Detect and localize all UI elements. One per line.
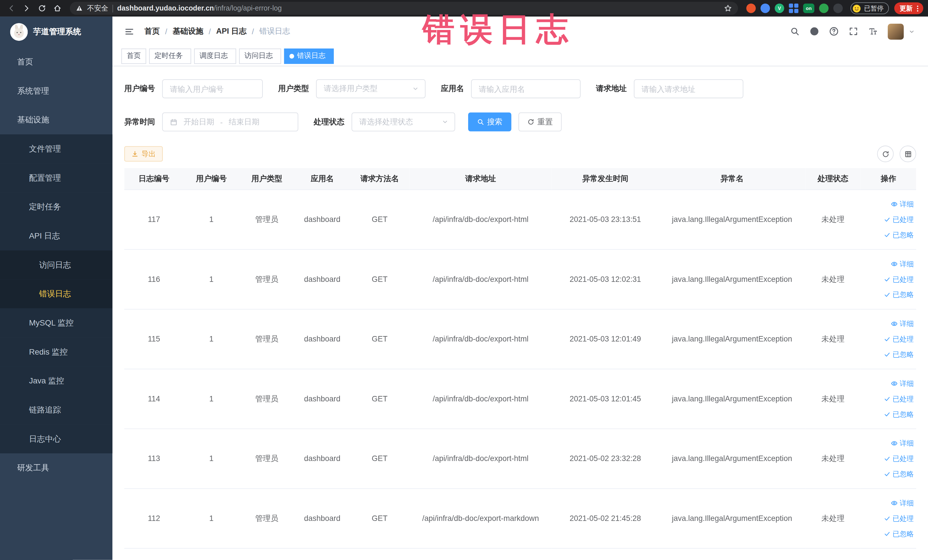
cell-log-id: 115 [124,309,184,369]
cell-user-id: 1 [184,189,239,249]
font-size-icon[interactable] [868,26,878,36]
tab-label: 首页 [127,51,141,61]
extension-paw[interactable] [833,3,843,13]
table-row[interactable]: 115 1 管理员 dashboard GET /api/infra/db-do… [124,309,916,369]
header-search-icon[interactable] [790,26,800,36]
mark-processed-link[interactable]: 已处理 [863,451,914,466]
cell-actions: 详细 已处理 已忽略 [861,369,916,429]
app-name-label: 应用名 [441,84,464,94]
detail-link[interactable]: 详细 [863,495,914,510]
sidebar-item-home[interactable]: 首页 [0,47,112,76]
mark-processed-link[interactable]: 已处理 [863,212,914,227]
cell-app-name: dashboard [295,249,350,309]
extension-on-badge[interactable]: on [803,3,814,13]
detail-link[interactable]: 详细 [863,196,914,212]
detail-link[interactable]: 详细 [863,375,914,391]
sidebar-item-file[interactable]: 文件管理 [0,134,112,163]
tab-访问日志[interactable]: 访问日志 [239,48,281,64]
extension-green-sprout[interactable] [819,3,829,13]
sidebar-item-redis[interactable]: Redis 监控 [0,337,112,366]
sidebar-item-java[interactable]: Java 监控 [0,366,112,395]
mark-ignored-link[interactable]: 已忽略 [863,227,914,243]
user-type-select[interactable]: 请选择用户类型 [316,79,426,98]
help-icon[interactable] [829,26,839,36]
tab-错误日志[interactable]: 错误日志 [284,48,334,64]
table-row[interactable]: 116 1 管理员 dashboard GET /api/infra/db-do… [124,249,916,309]
bookmark-star-icon[interactable] [724,4,732,12]
mark-ignored-link[interactable]: 已忽略 [863,406,914,422]
mark-processed-link[interactable]: 已处理 [863,331,914,346]
chrome-menu-icon[interactable] [914,5,922,12]
sidebar-item-log-center[interactable]: 日志中心 [0,424,112,453]
sidebar-item-trace[interactable]: 链路追踪 [0,395,112,424]
sidebar-item-api-log[interactable]: API 日志 [0,221,112,250]
breadcrumb-item[interactable]: 基础设施 [172,26,203,37]
table-row[interactable]: 113 1 管理员 dashboard GET /api/infra/db-do… [124,429,916,488]
mark-processed-link[interactable]: 已处理 [863,391,914,406]
app-logo: 芋道管理系统 [0,17,112,47]
home-button[interactable] [51,2,64,15]
search-button[interactable]: 搜索 [468,112,511,131]
export-button[interactable]: 导出 [124,146,163,162]
exception-time-range-picker[interactable]: 开始日期 - 结束日期 [162,112,298,131]
back-button[interactable] [5,2,18,15]
refresh-icon [882,150,889,158]
avatar-caret-down-icon[interactable] [908,28,915,35]
address-divider [112,5,113,12]
cell-request-url: /api/infra/db-doc/export-html [409,429,552,488]
user-avatar[interactable] [888,23,904,40]
sidebar-item-config[interactable]: 配置管理 [0,163,112,192]
fullscreen-icon[interactable] [849,26,858,36]
reset-button[interactable]: 重置 [518,112,562,131]
mark-ignored-link[interactable]: 已忽略 [863,526,914,541]
cell-exception-time: 2021-05-03 12:02:31 [552,249,659,309]
chrome-update-button[interactable]: 更新 [894,2,923,14]
mark-ignored-link[interactable]: 已忽略 [863,287,914,302]
detail-link[interactable]: 详细 [863,256,914,271]
table-row[interactable]: 114 1 管理员 dashboard GET /api/infra/db-do… [124,369,916,429]
sidebar-item-access-log[interactable]: 访问日志 [0,250,112,279]
process-status-select[interactable]: 请选择处理状态 [351,112,455,131]
forward-button[interactable] [20,2,34,15]
sidebar-item-job[interactable]: 定时任务 [0,192,112,221]
cell-app-name: dashboard [295,189,350,249]
cell-user-type: 管理员 [239,429,295,488]
sidebar-item-mysql[interactable]: MySQL 监控 [0,308,112,337]
tab-定时任务[interactable]: 定时任务 [149,48,191,64]
cell-user-type: 管理员 [239,189,295,249]
extension-green-v[interactable]: V [775,3,784,13]
mark-processed-link[interactable]: 已处理 [863,510,914,526]
tab-首页[interactable]: 首页 [121,48,146,64]
app-name-input[interactable] [471,79,580,98]
profile-paused-badge[interactable]: 已暂停 [850,2,889,14]
sidebar-item-error-log[interactable]: 错误日志 [0,279,112,308]
tab-调度日志[interactable]: 调度日志 [194,48,236,64]
table-row[interactable]: 112 1 管理员 dashboard GET /api/infra/db-do… [124,488,916,548]
github-icon[interactable] [810,26,819,36]
extension-blue-drop[interactable] [760,3,770,13]
mark-ignored-link[interactable]: 已忽略 [863,346,914,362]
sidebar-item-label: 定时任务 [29,201,61,212]
address-bar[interactable]: 不安全 dashboard.yudao.iocoder.cn/infra/log… [70,2,738,15]
refresh-table-button[interactable] [877,145,894,162]
extension-orange-circle[interactable] [746,3,756,13]
mark-processed-link[interactable]: 已处理 [863,271,914,287]
column-header: 请求地址 [409,168,552,189]
filter-request-url: 请求地址 [596,79,743,98]
extension-blue-grid[interactable] [789,3,798,13]
reload-button[interactable] [35,2,49,15]
hamburger-icon[interactable] [124,26,134,36]
user-id-input[interactable] [162,79,263,98]
sidebar-item-system[interactable]: 系统管理 [0,76,112,105]
sidebar-item-devtools[interactable]: 研发工具 [0,453,112,482]
detail-link[interactable]: 详细 [863,435,914,451]
detail-link[interactable]: 详细 [863,316,914,331]
table-row[interactable]: 117 1 管理员 dashboard GET /api/infra/db-do… [124,189,916,249]
request-url-input[interactable] [634,79,743,98]
cell-actions: 详细 已处理 已忽略 [861,309,916,369]
column-settings-button[interactable] [899,145,916,162]
breadcrumb-item[interactable]: 首页 [144,26,160,37]
breadcrumb-item[interactable]: API 日志 [216,26,246,37]
mark-ignored-link[interactable]: 已忽略 [863,466,914,482]
sidebar-item-infra[interactable]: 基础设施 [0,105,112,134]
